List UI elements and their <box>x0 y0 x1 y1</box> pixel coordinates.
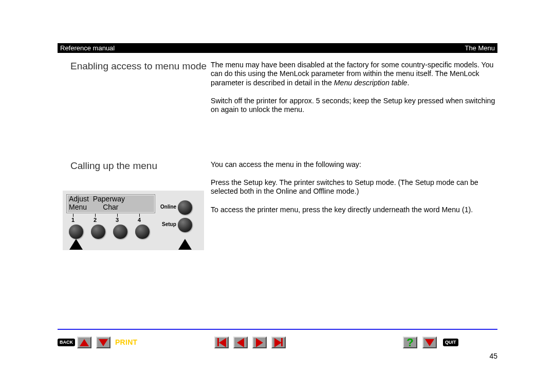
print-button[interactable]: PRINT <box>115 338 137 346</box>
bar-icon <box>217 338 219 346</box>
panel-num-1: 1 <box>71 217 75 223</box>
nav-up-button[interactable] <box>77 337 91 348</box>
bar-icon <box>281 338 283 346</box>
section2-heading: Calling up the menu <box>58 160 211 172</box>
nav-next-button[interactable] <box>252 337 267 348</box>
panel-knob-online <box>178 200 192 215</box>
lcd-row2: Menu Char <box>69 203 153 211</box>
panel-num-2: 2 <box>94 217 97 223</box>
printer-panel-illustration: Adjust Paperway Menu Char 1 2 3 4 <box>63 191 204 250</box>
page-content: Reference manual The Menu Enabling acces… <box>58 0 497 250</box>
menu-description-link[interactable]: Menu description table <box>334 79 408 87</box>
triangle-left-icon <box>219 338 226 347</box>
panel-knob-1 <box>69 225 83 239</box>
left-column: Enabling access to menu mode <box>58 61 211 124</box>
section2-p1: You can access the menu in the following… <box>211 160 497 169</box>
content-area: Enabling access to menu mode The menu ma… <box>58 61 497 124</box>
panel-knob-2 <box>91 225 105 239</box>
right-column-1: The menu may have been disabled at the f… <box>211 61 497 124</box>
section2-p3: To access the printer menu, press the ke… <box>211 206 497 214</box>
panel-knob-4 <box>135 225 150 239</box>
panel-arrow-icon <box>69 239 83 250</box>
panel-arrow-icon-2 <box>178 239 192 250</box>
quit-button[interactable]: QUIT <box>443 339 458 346</box>
setup-label: Setup <box>162 221 176 227</box>
help-button[interactable]: ? <box>403 337 417 348</box>
right-column-2: You can access the menu in the following… <box>211 160 497 251</box>
header-left: Reference manual <box>60 43 115 53</box>
left-column-2: Calling up the menu Adjust Paperway Menu… <box>58 160 211 251</box>
online-label: Online <box>160 204 176 210</box>
content-area-2: Calling up the menu Adjust Paperway Menu… <box>58 160 497 251</box>
triangle-right-icon <box>256 338 263 347</box>
panel-num-3: 3 <box>116 217 119 223</box>
nav-last-button[interactable] <box>271 337 286 348</box>
section1-p1: The menu may have been disabled at the f… <box>211 61 497 87</box>
header-right: The Menu <box>465 43 495 53</box>
section1-p2: Switch off the printer for approx. 5 sec… <box>211 97 497 115</box>
back-button[interactable]: BACK <box>58 339 75 346</box>
nav-down-button[interactable] <box>96 337 110 348</box>
panel-num-4: 4 <box>138 217 141 223</box>
section1-heading: Enabling access to menu mode <box>58 61 211 72</box>
triangle-up-icon <box>80 339 89 346</box>
question-mark-icon: ? <box>406 337 413 348</box>
nav-down-button-2[interactable] <box>422 337 437 348</box>
panel-knob-setup <box>178 218 192 232</box>
triangle-left-icon <box>237 338 244 347</box>
nav-first-button[interactable] <box>214 337 229 348</box>
triangle-down-icon <box>99 339 108 346</box>
bottom-divider <box>58 329 497 330</box>
section2-p2: Press the Setup key. The printer switche… <box>211 178 497 196</box>
panel-knob-3 <box>113 225 127 239</box>
page-header-bar: Reference manual The Menu <box>58 43 497 53</box>
printer-lcd: Adjust Paperway Menu Char <box>66 194 155 213</box>
triangle-right-icon <box>274 338 282 347</box>
triangle-down-icon <box>425 339 434 346</box>
nav-prev-button[interactable] <box>233 337 248 348</box>
page-number: 45 <box>489 352 497 360</box>
section1-p1c: . <box>408 79 410 87</box>
bottom-navbar: BACK PRINT ? QUIT 45 <box>58 337 497 352</box>
lcd-row1: Adjust Paperway <box>69 195 153 203</box>
